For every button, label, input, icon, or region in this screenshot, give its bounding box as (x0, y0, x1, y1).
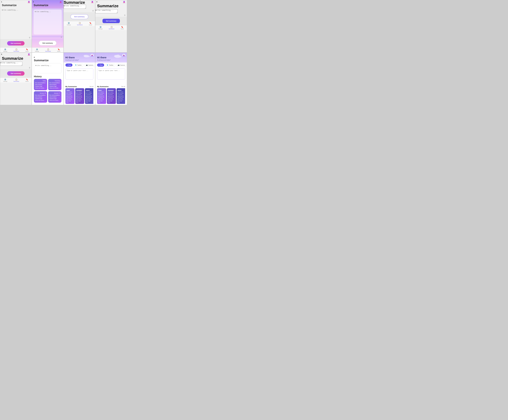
summary-card-8-0[interactable]: TODAY Lorem ipsum dolor sit amet, consec… (97, 88, 106, 104)
cell-6: 6 Summarize History Today Eos necessitat… (32, 52, 64, 105)
tab-twitter-label-7: Twitter (77, 64, 82, 66)
cell-2-text-input[interactable] (34, 10, 62, 34)
settings-icon-5: ⚙️ (4, 79, 6, 80)
cell-7-see-all[interactable]: See all (90, 86, 93, 87)
cell-3-bottom-nav: ⚙️ Settings 📋 Summarize 🔖 Saved (64, 21, 95, 26)
nav-settings-4[interactable]: ⚙️ Settings (98, 26, 103, 29)
nav-settings-5[interactable]: ⚙️ Settings (3, 79, 7, 82)
nav-summarize-label-1: Summarize (14, 51, 19, 52)
cell-3-textarea-wrap (64, 5, 95, 9)
summarize-icon-3: 📋 (79, 22, 81, 24)
cell-4: 4 Summarize 🗑 Get summary ⚙️ Settings 📋 … (95, 0, 127, 52)
trash-icon-1[interactable]: 🗑 (29, 37, 30, 38)
tab-twitter-8[interactable]: 🐦 Twitter (105, 64, 115, 67)
nav-settings-3[interactable]: ⚙️ Settings (67, 22, 71, 26)
logo-icon-3 (91, 1, 94, 3)
tab-twitter-label-8: Twitter (109, 64, 113, 66)
tab-text-label-8: Text (100, 64, 103, 66)
cell-1: 1 Summarize 🗑 Get summary ⚙️ Settings 📋 (0, 0, 32, 52)
cell-5: 5 Summarize 🗑 Get summary ⚙️ Settings 📋 … (0, 52, 32, 105)
cell-6-text-input[interactable] (34, 63, 61, 73)
trash-icon-4[interactable]: 🗑 (124, 14, 126, 16)
nav-saved-2[interactable]: 🔖 Saved (57, 48, 60, 52)
cell-8-hi-subtitle: Anything to jizt today? (97, 59, 125, 61)
nav-saved-label-3: Saved (89, 24, 92, 26)
cell-4-delete-wrap: 🗑 (95, 14, 127, 17)
nav-settings-label-2: Settings (35, 51, 39, 52)
nav-saved-3[interactable]: 🔖 Saved (89, 22, 92, 26)
nav-summarize-1[interactable]: 📋 Summarize (14, 48, 19, 52)
cell-6-see-more[interactable]: See more (34, 104, 61, 105)
cell-6-number: 6 (34, 56, 61, 58)
settings-icon-1: ⚙️ (4, 48, 6, 50)
nav-saved-4[interactable]: 🔖 Saved (121, 26, 124, 29)
cell-4-bottom-nav: ⚙️ Settings 📋 Summarize 🔖 Saved (95, 25, 127, 30)
summary-badge-7-0: TODAY (66, 90, 70, 91)
cell-3-text-input[interactable] (64, 5, 86, 9)
cell-4-title: Summarize (97, 4, 125, 8)
history-card-2-text: Eos necessitatibus quia incidunt maxime … (35, 94, 46, 101)
history-card-1[interactable]: Yesterday Eos necessitatibus quia incidu… (48, 79, 61, 90)
cell-4-header: Summarize (95, 0, 127, 9)
trash-icon-3[interactable]: 🗑 (92, 10, 94, 12)
cell-2: 2 Summarize 🗑 Get summary ⚙️ Settings 📋 … (32, 0, 64, 52)
nav-settings-2[interactable]: ⚙️ Settings (35, 48, 39, 52)
history-card-3[interactable]: January 17 Eos necessitatibus quia incid… (48, 91, 61, 103)
summary-text-7-0: Lorem ipsum dolor sit amet, consectetur … (66, 91, 74, 103)
summary-card-7-2[interactable]: JAN. 31 Lorem ipsum dolor sit amet, cons… (85, 88, 93, 104)
cell-4-text-input[interactable] (95, 9, 118, 13)
cell-2-title: Summarize (34, 4, 62, 7)
cell-1-bottom-nav: ⚙️ Settings 📋 Summarize 🔖 Saved (0, 48, 32, 52)
cell-1-delete-wrap: 🗑 (0, 36, 32, 39)
nav-summarize-3[interactable]: 📋 Summarize (77, 22, 83, 26)
nav-saved-1[interactable]: 🔖 Saved (25, 48, 29, 52)
cell-8-input-area (95, 67, 127, 85)
cell-1-text-input[interactable] (2, 9, 30, 35)
summary-card-8-1[interactable]: YESTERDAY Lorem ipsum dolor sit amet, co… (107, 88, 116, 104)
nav-settings-label-1: Settings (3, 51, 7, 52)
saved-icon-4: 🔖 (121, 26, 123, 28)
get-summary-button-2[interactable]: Get summary (39, 41, 57, 45)
cell-1-title: Summarize (2, 4, 30, 7)
trash-icon-2[interactable]: 🗑 (60, 36, 62, 38)
cell-4-textarea-wrap (95, 9, 127, 14)
history-card-0[interactable]: Today Eos necessitatibus quia incidunt m… (34, 79, 47, 90)
tab-camera-7[interactable]: 📷 Camera (84, 64, 95, 67)
summary-card-7-0[interactable]: TODAY Lorem ipsum dolor sit amet, consec… (66, 88, 75, 104)
cell-2-bottom-nav: ⚙️ Settings 📋 Summarize 🔖 Saved (32, 48, 63, 52)
cell-1-btn-section: Get summary (0, 39, 32, 48)
nav-summarize-4[interactable]: 📋 Summarize (109, 26, 114, 29)
cell-5-header: Summarize (0, 53, 32, 62)
trash-icon-5[interactable]: 🗑 (29, 67, 30, 69)
summary-card-7-1[interactable]: YESTERDAY Lorem ipsum dolor sit amet, co… (75, 88, 84, 104)
cell-2-textarea-wrap (32, 8, 63, 36)
cell-8-summaries-title: My Summaries (97, 86, 109, 87)
tab-text-7[interactable]: ≡ Text (66, 64, 72, 67)
get-summary-button-4[interactable]: Get summary (103, 19, 120, 23)
tab-text-8[interactable]: ≡ Text (97, 64, 104, 67)
history-card-0-date: Today (35, 80, 46, 81)
nav-summarize-5[interactable]: 📋 Summarize (14, 79, 19, 82)
cell-5-text-input[interactable] (0, 62, 22, 66)
nav-saved-5[interactable]: 🔖 Saved (25, 79, 29, 82)
saved-icon-3: 🔖 (89, 22, 91, 24)
tab-twitter-7[interactable]: 🐦 Twitter (74, 64, 83, 67)
summary-badge-8-2: JAN. 31 (117, 90, 122, 91)
nav-settings-1[interactable]: ⚙️ Settings (3, 48, 7, 52)
get-summary-button-5[interactable]: Get summary (7, 71, 24, 76)
cell-7-text-input[interactable] (66, 68, 93, 80)
history-card-1-text: Eos necessitatibus quia incidunt maxime … (49, 82, 60, 89)
cell-8-text-input[interactable] (97, 68, 125, 80)
cell-8-see-all[interactable]: See all (121, 86, 125, 87)
get-summary-button-1[interactable]: Get summary (7, 41, 24, 45)
get-summary-button-3[interactable]: Get summary (70, 14, 88, 19)
cell-7-summaries: My Summaries See all TODAY Lorem ipsum d… (64, 85, 95, 105)
nav-summarize-label-5: Summarize (14, 81, 19, 82)
cell-7: 7 Hi there Anything to jizt today? ≡ Tex… (64, 52, 95, 105)
tab-camera-8[interactable]: 📷 Camera (116, 64, 127, 67)
nav-saved-label-4: Saved (121, 28, 124, 29)
cell-3-number: 3 (65, 1, 66, 3)
summary-card-8-2[interactable]: JAN. 31 Lorem ipsum dolor sit amet, cons… (117, 88, 125, 104)
nav-summarize-2[interactable]: 📋 Summarize (45, 48, 51, 52)
history-card-2[interactable]: January 18 Eos necessitatibus quia incid… (34, 91, 47, 103)
